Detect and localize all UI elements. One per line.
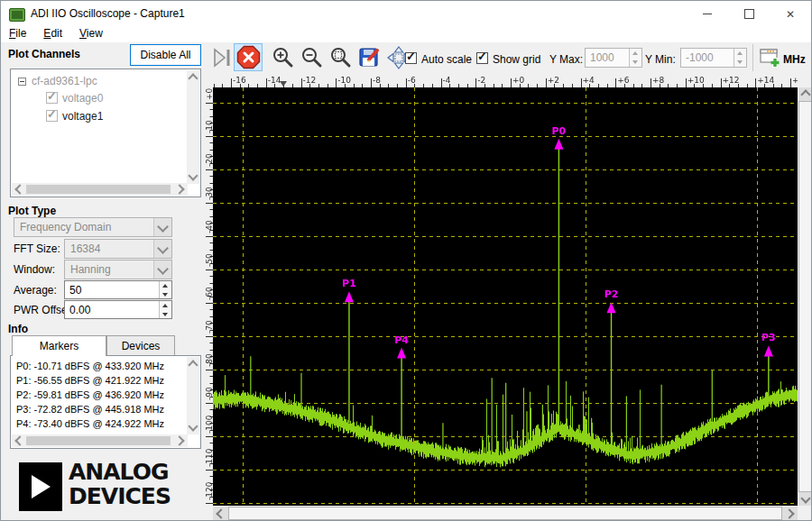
y-max-input[interactable] [586,49,629,66]
markers-hscroll-thumb[interactable] [26,436,171,445]
y-min-label: Y Min: [645,53,676,66]
spin-down-icon[interactable] [160,310,171,319]
combo-arrow-zone [153,218,171,236]
scroll-left-icon[interactable] [14,184,24,194]
spectrum-plot-canvas[interactable] [205,75,798,506]
chevron-down-icon [157,221,169,233]
plot-hscroll-thumb[interactable] [228,507,782,520]
zoom-fit-icon [329,46,353,69]
spin-down-icon[interactable] [160,290,171,299]
fft-size-combo[interactable]: 16384 [64,239,172,259]
scroll-left-icon[interactable] [14,435,24,445]
scroll-right-icon[interactable] [174,435,184,445]
markers-hscrollbar[interactable] [12,434,188,447]
spin-arrows[interactable] [159,281,171,298]
disable-all-button[interactable]: Disable All [130,44,201,66]
channel-checkbox-voltage0[interactable]: ✓ [46,92,58,104]
scroll-right-icon[interactable] [784,508,794,518]
tree-hscroll-thumb[interactable] [26,185,171,194]
tab-markers[interactable]: Markers [12,335,106,356]
pwr-offset-input[interactable] [65,301,159,318]
spin-up-icon[interactable] [160,281,171,290]
menu-edit[interactable]: Edit [43,27,70,42]
scroll-up-icon[interactable] [188,360,198,370]
scroll-left-icon[interactable] [216,508,226,518]
channel-checkbox-voltage1[interactable]: ✓ [46,110,58,122]
save-button[interactable] [358,46,382,69]
capture-play-button[interactable] [211,46,235,69]
channel-label-voltage0[interactable]: voltage0 [62,91,103,105]
window-value: Hanning [70,263,111,276]
average-input[interactable] [65,281,159,298]
tree-vscrollbar[interactable] [187,70,199,184]
scroll-up-icon[interactable] [188,73,198,83]
menubar: FileEditView [1,27,811,42]
spin-down-icon[interactable] [734,58,746,67]
pwr-offset-spinbox[interactable] [64,300,172,319]
scroll-down-icon[interactable] [800,493,810,503]
maximize-button[interactable] [728,1,770,27]
fft-size-label: FFT Size: [14,239,60,259]
spin-arrows[interactable] [734,49,746,67]
tree-hscrollbar[interactable] [12,183,188,196]
analog-devices-logo [19,462,62,511]
scroll-down-icon[interactable] [188,170,198,180]
device-label[interactable]: cf-ad9361-lpc [32,74,97,88]
spin-arrows[interactable] [629,49,641,67]
channel-label-voltage1[interactable]: voltage1 [62,109,103,123]
plot-vscroll-thumb[interactable] [798,101,812,492]
plot-type-header: Plot Type [8,205,56,217]
zoom-in-button[interactable] [272,46,295,69]
menu-view[interactable]: View [79,27,111,42]
marker-row-P0[interactable]: P0: -10.71 dBFS @ 433.920 MHz [12,359,186,373]
frequency-units-label: MHz [783,53,806,66]
scroll-right-icon[interactable] [174,184,184,194]
average-label: Average: [14,280,57,300]
plot-hscrollbar[interactable] [213,507,798,520]
zoom-fit-button[interactable] [329,46,353,69]
y-min-spinbox[interactable] [680,48,747,68]
close-icon: ✕ [786,10,795,19]
titlebar: ADI IIO Oscilloscope - Capture1 ✕ [1,1,811,27]
checkmark-icon: ✓ [477,50,487,62]
new-plot-button[interactable] [759,46,782,69]
plot-vscrollbar[interactable] [798,87,812,506]
menu-file[interactable]: File [9,27,34,42]
toolbar-separator [752,44,753,71]
marker-row-P2[interactable]: P2: -59.81 dBFS @ 436.920 MHz [12,388,186,402]
y-min-input[interactable] [681,49,734,66]
combo-arrow-zone [153,240,171,258]
tree-expander-icon[interactable] [18,78,26,86]
info-header: Info [8,323,28,335]
show-grid-label[interactable]: Show grid [493,53,540,66]
spin-down-icon[interactable] [630,58,641,67]
marker-row-P1[interactable]: P1: -56.55 dBFS @ 421.922 MHz [12,373,186,388]
spin-up-icon[interactable] [734,49,746,58]
marker-row-P3[interactable]: P3: -72.82 dBFS @ 445.918 MHz [12,402,186,416]
scroll-up-icon[interactable] [800,89,810,99]
app-icon [9,8,25,22]
plot-type-combo[interactable]: Frequency Domain [14,217,172,237]
marker-row-P4[interactable]: P4: -73.40 dBFS @ 424.922 MHz [12,416,186,431]
spin-up-icon[interactable] [160,301,171,310]
auto-scale-label[interactable]: Auto scale [421,53,472,66]
auto-scale-checkbox[interactable]: ✓ [405,52,417,64]
stop-capture-button[interactable] [234,43,263,71]
minimize-button[interactable] [687,1,728,27]
close-button[interactable]: ✕ [770,1,811,27]
average-spinbox[interactable] [64,280,172,299]
zoom-out-button[interactable] [300,46,324,69]
y-max-spinbox[interactable] [585,48,642,68]
spin-arrows[interactable] [159,301,171,318]
chevron-down-icon [157,263,169,275]
show-grid-checkbox[interactable]: ✓ [476,52,488,64]
tab-devices[interactable]: Devices [106,335,175,356]
new-plot-window-icon [759,46,782,69]
scroll-down-icon[interactable] [188,421,198,431]
markers-vscrollbar[interactable] [187,357,199,434]
combo-arrow-zone [153,260,171,279]
window-combo[interactable]: Hanning [64,260,172,279]
minimize-icon [703,14,712,14]
play-to-end-icon [211,46,235,69]
spin-up-icon[interactable] [630,49,641,58]
